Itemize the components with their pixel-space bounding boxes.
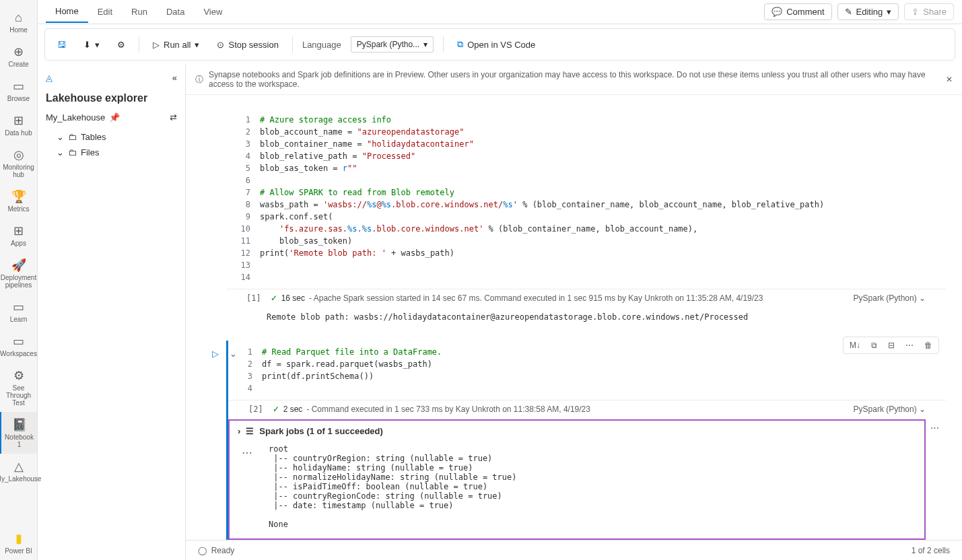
rail-create[interactable]: ⊕Create	[0, 39, 37, 73]
status-cells: 1 of 2 cells	[912, 546, 950, 555]
datahub-icon: ⊞	[13, 113, 24, 128]
chevron-down-icon: ⌄	[919, 293, 926, 303]
notebook-scroll[interactable]: 1234567891011121314 # Azure storage acce…	[186, 95, 962, 540]
tab-home[interactable]: Home	[46, 1, 88, 23]
cell-lang[interactable]: PySpark (Python) ⌄	[854, 405, 926, 414]
pencil-icon: ✎	[845, 7, 852, 17]
save-button[interactable]: 🖫	[53, 37, 70, 53]
rail-label: My_Lakehouse	[0, 475, 41, 483]
cell-run-controls: ▷ ⌄	[208, 346, 240, 361]
apps-icon: ⊞	[13, 223, 24, 238]
rail-label: Deployment pipelines	[1, 274, 36, 289]
rail-mylakehouse[interactable]: △My_Lakehouse	[0, 454, 37, 488]
rail-learn[interactable]: ▭Learn	[0, 294, 37, 328]
openvscode-button[interactable]: ⧉Open in VS Code	[453, 36, 539, 53]
rail-label: Browse	[7, 95, 30, 102]
tree-label: Tables	[81, 132, 106, 142]
rail-home[interactable]: ⌂Home	[0, 5, 37, 39]
rail-workspaces[interactable]: ▭Workspaces	[0, 328, 37, 363]
editing-button[interactable]: ✎Editing▾	[837, 3, 899, 20]
lang-value: PySpark (Pytho...	[357, 40, 419, 49]
chevron-down-icon: ▾	[423, 40, 427, 49]
main-panel: Home Edit Run Data View 💬Comment ✎Editin…	[38, 0, 962, 560]
share-icon: ⇪	[912, 7, 919, 17]
pin-icon[interactable]: 📌	[109, 112, 120, 123]
output-ellipsis[interactable]: ⋯	[242, 446, 252, 459]
check-icon: ✓	[273, 405, 279, 414]
copy-tool[interactable]: ⧉	[867, 339, 881, 351]
notebook-panel: ⓘ Synapse notebooks and Spark job defini…	[186, 65, 962, 560]
more-tool[interactable]: ⋯	[901, 339, 918, 351]
tab-run[interactable]: Run	[122, 1, 157, 22]
status-icon: ◯	[198, 546, 207, 555]
vscode-icon: ⧉	[457, 39, 463, 50]
rail-browse[interactable]: ▭Browse	[0, 73, 37, 108]
rail-label: Apps	[11, 240, 26, 247]
collapse-sidebar-icon[interactable]: «	[172, 73, 177, 83]
runall-button[interactable]: ▷Run all▾	[149, 37, 203, 53]
home-icon: ⌂	[15, 11, 22, 25]
btn-label: Share	[923, 7, 947, 17]
markdown-tool[interactable]: M↓	[846, 339, 864, 351]
trophy-icon: 🏆	[11, 189, 26, 204]
rail-seethrough[interactable]: ⚙See Through Test	[0, 363, 37, 412]
comment-button[interactable]: 💬Comment	[764, 3, 831, 20]
btn-label: Comment	[786, 7, 824, 17]
btn-label: Editing	[856, 7, 883, 17]
monitor-icon: ◎	[13, 147, 24, 162]
btn-label: Run all	[164, 40, 191, 50]
comment-icon: 💬	[771, 7, 782, 17]
cell-menu-button[interactable]: ⌄	[226, 346, 240, 361]
duration: 16 sec	[281, 293, 305, 303]
stop-icon: ⊙	[217, 40, 224, 50]
rail-metrics[interactable]: 🏆Metrics	[0, 184, 37, 218]
btn-label: Open in VS Code	[467, 40, 535, 50]
chevron-down-icon: ▾	[95, 40, 100, 50]
cell-lang[interactable]: PySpark (Python) ⌄	[854, 293, 926, 303]
tree-tables[interactable]: ⌄🗀Tables	[46, 129, 177, 145]
close-banner-icon[interactable]: ✕	[946, 75, 953, 84]
tab-view[interactable]: View	[194, 1, 232, 22]
share-button[interactable]: ⇪Share	[904, 3, 954, 20]
rail-datahub[interactable]: ⊞Data hub	[0, 108, 37, 142]
tab-data[interactable]: Data	[157, 1, 194, 22]
spark-jobs-header[interactable]: › ☰ Spark jobs (1 of 1 succeeded)	[230, 421, 924, 442]
cell-2: ▷ ⌄ M↓ ⧉ ⊟ ⋯ 🗑 1234	[226, 341, 946, 540]
status-text: - Command executed in 1 sec 733 ms by Ka…	[306, 405, 590, 414]
code-content[interactable]: # Azure storage access info blob_account…	[260, 114, 946, 283]
rail-notebook1[interactable]: 📓Notebook 1	[0, 412, 37, 454]
cell-2-status: [2] ✓ 2 sec - Command executed in 1 sec …	[228, 400, 946, 418]
run-cell-button[interactable]: ▷	[208, 346, 223, 361]
stopsession-button[interactable]: ⊙Stop session	[213, 37, 282, 53]
rail-label: Data hub	[5, 129, 32, 137]
cell-1-code[interactable]: 1234567891011121314 # Azure storage acce…	[226, 108, 946, 307]
browse-icon: ▭	[13, 79, 24, 94]
settings-button[interactable]: ⚙	[113, 37, 129, 53]
clear-tool[interactable]: ⊟	[884, 339, 899, 351]
chevron-down-icon: ▾	[195, 40, 199, 50]
tab-edit[interactable]: Edit	[88, 1, 122, 22]
spark-jobs-text: Spark jobs (1 of 1 succeeded)	[259, 426, 383, 436]
rail-powerbi[interactable]: ▮Power BI	[0, 526, 37, 560]
delete-tool[interactable]: 🗑	[920, 339, 936, 351]
chevron-down-icon: ▾	[887, 7, 891, 17]
rail-label: Power BI	[5, 547, 32, 555]
lakehouse-name-row[interactable]: My_Lakehouse 📌 ⇄	[46, 112, 177, 123]
download-button[interactable]: ⬇▾	[79, 37, 104, 53]
cell-2-code[interactable]: 1234 # Read Parquet file into a DataFram…	[228, 341, 946, 418]
rail-monitoring[interactable]: ◎Monitoring hub	[0, 142, 37, 184]
list-icon: ☰	[246, 426, 254, 436]
output-more-icon[interactable]: ⋯	[930, 423, 939, 433]
left-rail: ⌂Home ⊕Create ▭Browse ⊞Data hub ◎Monitor…	[0, 0, 38, 560]
cell-toolbar: M↓ ⧉ ⊟ ⋯ 🗑	[843, 337, 939, 354]
swap-icon[interactable]: ⇄	[170, 112, 177, 123]
rail-label: Notebook 1	[3, 433, 36, 448]
language-select[interactable]: PySpark (Pytho...▾	[351, 36, 434, 53]
banner-text: Synapse notebooks and Spark job definiti…	[209, 70, 940, 89]
lakehouse-explorer: ◬ « Lakehouse explorer My_Lakehouse 📌 ⇄ …	[38, 65, 186, 560]
tree-files[interactable]: ⌄🗀Files	[46, 145, 177, 160]
tree-label: Files	[81, 147, 99, 158]
rail-label: See Through Test	[1, 384, 36, 407]
rail-deployment[interactable]: 🚀Deployment pipelines	[0, 252, 37, 294]
rail-apps[interactable]: ⊞Apps	[0, 218, 37, 252]
